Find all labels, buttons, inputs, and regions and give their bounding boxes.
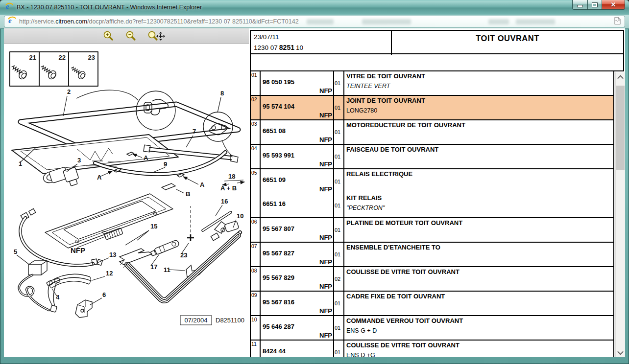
diagram-date: 07/2004 [185,317,208,324]
close-button[interactable]: ✕ [602,0,625,10]
row-number: 08 [251,267,260,273]
window-titlebar[interactable]: e BX - 1230 07 825110 - TOIT OUVRANT - W… [0,0,629,15]
part-qty: 01 [334,96,343,119]
document-header: 23/07/11 1230 07825110 TOIT OUVRANT [250,30,624,54]
table-row[interactable]: 0495 593 991NFP01FAISCEAU DE TOIT OUVRAN… [251,145,613,169]
zoom-pan-button[interactable] [147,29,166,42]
part-desc: PLATINE DE MOTEUR TOIT OUVRANT [346,219,611,227]
clip-12 [49,274,105,288]
table-row[interactable]: 0695 567 807NFP01PLATINE DE MOTEUR TOIT … [251,218,613,243]
diagram-label: 3 [77,157,81,164]
part-ref: 95 593 991 [263,152,294,159]
row-number: 01 [251,71,260,78]
nfp-flag: NFP [319,185,332,193]
table-scrollbar[interactable] [615,72,625,357]
nfp-part [77,228,123,248]
ie-logo-icon: e [5,2,13,13]
diagram-label: 21 [29,54,36,61]
part-qty: 01 [334,341,343,357]
slider-17 [150,240,180,266]
part-desc: KIT RELAIS [346,194,611,202]
diagram-label: 23 [180,251,187,259]
part-ref: 95 567 816 [263,298,294,306]
diagram-label: 2 [67,88,71,95]
table-row[interactable]: 118424 4401COULISSE DE VITRE TOIT OUVRAN… [251,341,613,357]
diagram-label: 17 [150,263,157,271]
part-note: TEINTEE VERT [346,83,611,90]
diagram-panel: 07/2004 D8251100 212223213789AAAB18A + B… [4,28,249,357]
browser-window: e BX - 1230 07 825110 - TOIT OUVRANT - W… [0,0,629,364]
compatibility-view-icon[interactable] [613,17,622,27]
hose-13 [20,209,109,266]
part-desc: JOINT DE TOIT OUVRANT [346,97,611,104]
row-number: 07 [251,243,260,249]
scroll-down-button[interactable] [616,347,625,357]
row-number: 09 [251,292,260,298]
document-date: 23/07/11 [254,32,388,43]
table-row[interactable]: 1095 646 287NFP01COMMANDE VERROU TOIT OU… [251,316,613,341]
part-qty: 01 [334,292,343,315]
bracket-15 [120,230,152,265]
row-number: 04 [251,145,260,151]
diagram-toolbar [4,28,249,44]
frame-panel [45,194,173,248]
magnifier-pan-icon [147,30,165,41]
table-row[interactable]: 0795 567 827NFP01ENSEMBLE D'ETANCHEITE T… [251,243,613,267]
bracket-6 [75,298,102,318]
maximize-icon [592,3,597,7]
table-row[interactable]: 036651 08NFP01MOTOREDUCTEUR DE TOIT OUVR… [251,120,613,145]
diagram-label: 13 [109,251,116,258]
part-qty: 01 [334,316,343,340]
table-row[interactable]: 056651 09NFP6651 160101RELAIS ELECTRIQUE… [251,169,613,218]
connector-5 [17,255,49,310]
part-ref: 6651 16 [263,200,286,207]
part-desc: VITRE DE TOIT OUVRANT [346,72,611,80]
diagram-label: 22 [59,54,66,61]
table-row[interactable]: 0295 574 104NFP01JOINT DE TOIT OUVRANTLO… [251,96,613,120]
maximize-button[interactable] [587,0,602,10]
diagram-label: A [144,154,148,161]
nfp-flag: NFP [319,136,332,143]
nfp-flag: NFP [319,258,332,266]
part-qty: 02 [334,267,343,291]
parts-diagram[interactable]: 07/2004 D8251100 212223213789AAAB18A + B… [4,44,249,357]
table-row[interactable]: 0895 567 829NFP02COULISSE DE VITRE TOIT … [251,267,613,292]
parts-list-panel: 23/07/11 1230 07825110 TOIT OUVRANT 0196… [249,28,625,357]
diagram-label: 1 [19,160,22,167]
address-field[interactable]: e http://service.citroen.com/docpr/affic… [4,16,625,27]
part-desc: COULISSE DE VITRE TOIT OUVRANT [346,268,611,275]
zoom-in-button[interactable] [102,29,115,42]
part-qty: 01 [334,120,343,144]
diagram-label: 9 [164,160,167,168]
glass-panel [12,135,178,174]
diagram-code: D8251100 [216,317,244,324]
url-text: http://service.citroen.com/docpr/affiche… [19,18,299,25]
part-qty: 01 [334,169,343,193]
window-title: BX - 1230 07 825110 - TOIT OUVRANT - Win… [17,4,202,11]
part-ref: 95 646 287 [263,323,294,330]
table-row[interactable]: 0196 050 195NFP01VITRE DE TOIT OUVRANTTE… [251,71,613,96]
zoom-out-button[interactable] [124,29,137,42]
nfp-flag: NFP [319,283,332,290]
page-content: 07/2004 D8251100 212223213789AAAB18A + B… [4,28,625,357]
part-desc: CADRE FIXE DE TOIT OUVRANT [346,293,611,300]
nfp-flag: NFP [319,112,332,119]
nfp-flag: NFP [319,160,332,168]
scrollbar-thumb[interactable] [616,86,625,170]
diagram-label: 15 [150,223,157,230]
scroll-up-button[interactable] [616,72,625,82]
document-ref-cell: 23/07/11 1230 07825110 [251,31,392,55]
part-note: ENS D +G [346,352,611,357]
diagram-label: NFP [71,246,85,254]
magnifier-minus-icon [125,30,136,41]
table-row[interactable]: 0995 567 816NFP01CADRE FIXE DE TOIT OUVR… [251,292,613,316]
chevron-down-icon [617,348,624,355]
diagram-label: 12 [106,270,113,277]
diagram-label: A + B [220,184,237,192]
diagram-label: 7 [193,128,196,135]
part-note: LONG2780 [346,107,611,114]
minimize-button[interactable] [572,0,587,10]
part-note: ENS G + D [346,327,611,334]
row-number: 02 [251,96,260,102]
magnifier-plus-icon [103,30,114,41]
